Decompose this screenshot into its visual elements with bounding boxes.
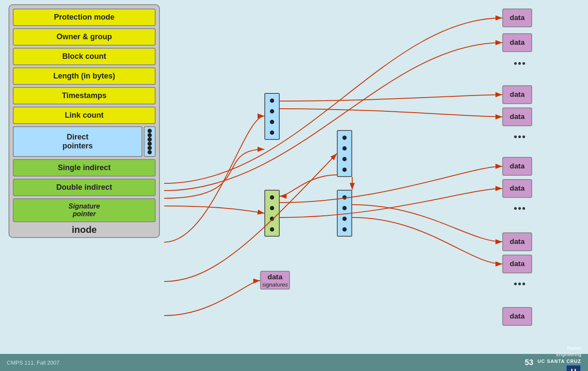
dots-bot: •••	[514, 278, 526, 290]
si-dot-3	[270, 120, 274, 124]
si-dot-2	[270, 109, 274, 113]
direct-pointers-label: Directpointers	[13, 126, 142, 157]
timestamps-field: Timestamps	[13, 87, 156, 104]
dots-top: •••	[514, 58, 526, 69]
di-l2b-dot-2	[342, 206, 347, 210]
dot-6	[148, 150, 152, 154]
data-block-top1: data	[502, 9, 532, 27]
di-l1-dot-1	[342, 136, 347, 140]
di-l1-dot-2	[342, 146, 347, 151]
bottom-bar-right: 53 BaskinEngineering UC SANTA CRUZ H	[525, 345, 581, 371]
si-dot-4	[270, 130, 274, 135]
owner-group-field: Owner & group	[13, 28, 156, 46]
data-block-mid2: data	[502, 107, 532, 126]
di-l2-dot-3	[270, 217, 274, 221]
inode-container: Protection mode Owner & group Block coun…	[9, 4, 160, 238]
inode-label: inode	[13, 224, 156, 235]
di-l1-dot-4	[342, 168, 347, 172]
data-block-bot2: data	[502, 255, 532, 273]
page-number: 53	[525, 358, 533, 367]
data-block-mid1: data	[502, 85, 532, 104]
data-block-bot3: data	[502, 307, 532, 326]
direct-pointer-dots	[144, 126, 156, 157]
di-l2-dot-2	[270, 206, 274, 210]
course-label: CMPS 111, Fall 2007	[7, 359, 60, 366]
baskin-logo: BaskinEngineering UC SANTA CRUZ H	[538, 345, 581, 371]
dot-2	[148, 133, 152, 137]
double-indirect-l2-pointer-block	[264, 190, 280, 237]
single-indirect-pointer-block	[264, 93, 280, 140]
double-indirect-field: Double indirect	[13, 179, 156, 196]
double-indirect-l1-pointer-block	[337, 130, 352, 177]
si-dot-1	[270, 99, 274, 103]
slide-container: Protection mode Owner & group Block coun…	[0, 0, 588, 371]
protection-mode-field: Protection mode	[13, 9, 156, 26]
single-indirect-field: Single indirect	[13, 159, 156, 177]
block-count-field: Block count	[13, 48, 156, 65]
dot-3	[148, 137, 152, 142]
direct-pointers-row: Directpointers	[13, 126, 156, 157]
di-l2b-dot-1	[342, 195, 347, 200]
bottom-bar: CMPS 111, Fall 2007 53 BaskinEngineering…	[0, 354, 588, 371]
data-block-mid4: data	[502, 179, 532, 198]
signature-pointer-field: Signaturepointer	[13, 198, 156, 222]
di-l2b-dot-4	[342, 227, 347, 232]
di-l2b-dot-3	[342, 217, 347, 221]
data-block-bot1: data	[502, 232, 532, 251]
data-block-top2: data	[502, 33, 532, 52]
dots-mid2: •••	[514, 203, 526, 214]
di-l2-dot-1	[270, 195, 274, 200]
dot-1	[148, 129, 152, 133]
di-l1-dot-3	[342, 157, 347, 161]
di-l2-dot-4	[270, 227, 274, 232]
dot-4	[148, 142, 152, 146]
length-bytes-field: Length (in bytes)	[13, 67, 156, 85]
ucsc-logo-icon: H	[566, 365, 581, 371]
double-indirect-l2b-pointer-block	[337, 190, 352, 237]
data-block-mid3: data	[502, 157, 532, 176]
link-count-field: Link count	[13, 107, 156, 124]
dot-5	[148, 146, 152, 150]
signature-data-block: data signatures	[260, 271, 290, 290]
dots-mid: •••	[514, 131, 526, 142]
